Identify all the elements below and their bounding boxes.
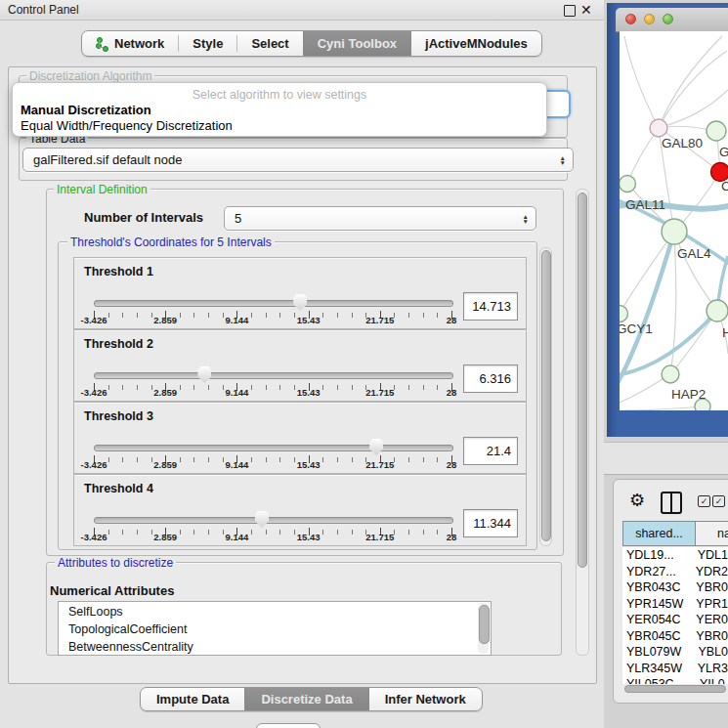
number-of-intervals-value: 5: [235, 211, 241, 226]
tab-network[interactable]: Network: [82, 31, 178, 56]
threshold-label: Threshold 4: [84, 482, 153, 495]
minimize-traffic-light-icon[interactable]: [644, 14, 655, 24]
tab-infer-network[interactable]: Infer Network: [369, 688, 482, 710]
discretization-algorithm-title: Discretization Algorithm: [26, 69, 154, 83]
node-gal4[interactable]: [662, 219, 687, 244]
tab-label: Style: [193, 36, 223, 51]
tab-impute-data[interactable]: Impute Data: [141, 688, 244, 710]
list-item[interactable]: BetweennessCentrality: [68, 640, 193, 654]
threshold-row: Threshold 3 -3.4262.8599.14415.4321.7152…: [73, 402, 527, 474]
control-panel-window: Control Panel ✕ Network Style Select Cyn…: [0, 0, 605, 728]
thresholds-group-title: Threshold's Coordinates for 5 Intervals: [67, 236, 275, 249]
slider-track[interactable]: [94, 517, 453, 524]
table-horizontal-scrollbar[interactable]: [624, 685, 726, 693]
threshold-row: Threshold 2 -3.4262.8599.14415.4321.7152…: [73, 329, 527, 402]
close-icon[interactable]: ✕: [580, 2, 592, 18]
threshold-value-field[interactable]: 11.344: [463, 509, 518, 537]
slider-thumb[interactable]: [369, 439, 383, 455]
table-row[interactable]: YIL053CYIL0: [622, 676, 728, 684]
node-hap2[interactable]: [662, 365, 679, 383]
tab-cyni-toolbox[interactable]: Cyni Toolbox: [303, 31, 411, 56]
tab-discretize-data[interactable]: Discretize Data: [244, 688, 368, 710]
column-header-shared-name[interactable]: shared...: [622, 521, 696, 546]
node-label: C: [721, 179, 728, 193]
number-of-intervals-label: Number of Intervals: [84, 210, 203, 225]
gear-icon[interactable]: ⚙: [629, 490, 645, 511]
close-traffic-light-icon[interactable]: [625, 14, 636, 24]
table-row[interactable]: YER054CYER0: [622, 612, 728, 628]
zoom-traffic-light-icon[interactable]: [663, 14, 673, 24]
threshold-value-field[interactable]: 6.316: [463, 364, 518, 393]
interval-scrollbar[interactable]: [539, 247, 552, 546]
column-header-name[interactable]: na: [696, 521, 728, 546]
table-row[interactable]: YLR345WYLR3: [622, 661, 728, 677]
network-nodes: [620, 119, 728, 410]
threshold-row: Threshold 4 -3.4262.8599.14415.4321.7152…: [73, 474, 527, 546]
apply-button[interactable]: Apply: [256, 723, 321, 728]
table-row[interactable]: YBR045CYBR0: [622, 628, 728, 645]
node-label: GAL4: [677, 246, 711, 261]
node-label: GAL11: [625, 197, 665, 212]
popup-item-equal-width-frequency[interactable]: Equal Width/Frequency Discretization: [21, 118, 233, 133]
table-panel-titlebar: Table Panel: [604, 442, 728, 475]
slider-track[interactable]: [94, 300, 453, 307]
network-window-titlebar: [616, 8, 728, 32]
table-row[interactable]: YPR145WYPR1: [622, 596, 728, 613]
control-panel-titlebar: Control Panel ✕: [0, 0, 604, 21]
cyni-settings-panel: Discretization Algorithm Table Data galF…: [8, 66, 597, 684]
table-row[interactable]: YDL19...YDL1: [622, 547, 728, 564]
column-view-icon[interactable]: [661, 492, 682, 514]
network-canvas[interactable]: GAL80 GA C GAL11 GAL4 GCY1 H HAP2: [620, 31, 728, 410]
node-label: GA: [719, 145, 728, 159]
algorithm-dropdown-popup: Select algorithm to view settings Manual…: [12, 82, 547, 137]
threshold-row: Threshold 1 -3.4262.8599.14415.4321.7152…: [73, 257, 527, 329]
tab-label: Discretize Data: [261, 692, 352, 707]
attributes-group-title: Attributes to discretize: [55, 556, 176, 570]
tab-label: Select: [251, 36, 288, 51]
slider-thumb[interactable]: [197, 366, 211, 383]
tab-label: Infer Network: [385, 692, 466, 707]
network-graph: GAL80 GA C GAL11 GAL4 GCY1 H HAP2: [620, 31, 728, 410]
threshold-value-field[interactable]: 14.713: [463, 292, 518, 321]
slider-track[interactable]: [94, 445, 453, 451]
table-row[interactable]: YBL079WYBL0: [622, 644, 728, 661]
table-row[interactable]: YBR043CYBR0: [622, 579, 728, 596]
numerical-attributes-list[interactable]: SelfLoops TopologicalCoefficient Between…: [58, 601, 492, 656]
number-of-intervals-combo[interactable]: 5 ▲▼: [224, 206, 536, 231]
cyni-mode-tabs: Impute Data Discretize Data Infer Networ…: [140, 687, 483, 711]
popup-item-manual-discretization[interactable]: Manual Discretization: [21, 103, 151, 117]
tab-jactivemnodules[interactable]: jActiveMNodules: [411, 31, 541, 56]
slider-track[interactable]: [94, 372, 453, 379]
tab-label: Network: [114, 36, 164, 51]
window-title: Control Panel: [8, 3, 79, 17]
control-panel-tabs: Network Style Select Cyni Toolbox jActiv…: [81, 30, 542, 57]
checkbox-select-icon[interactable]: ✓: [698, 495, 710, 507]
tab-label: Impute Data: [156, 692, 229, 707]
stepper-arrows-icon: ▲▼: [560, 149, 566, 171]
list-scrollbar[interactable]: [478, 603, 489, 654]
tab-select[interactable]: Select: [237, 31, 302, 56]
stepper-arrows-icon: ▲▼: [523, 207, 529, 230]
slider-tick-labels: -3.4262.8599.14415.4321.71528: [94, 532, 451, 543]
threshold-value-field[interactable]: 21.4: [463, 437, 518, 465]
node-gal11[interactable]: [620, 176, 636, 193]
table-data-combo[interactable]: galFiltered.sif default node ▲▼: [22, 148, 574, 172]
table-row[interactable]: YDR27...YDR2: [622, 564, 728, 580]
slider-thumb[interactable]: [255, 511, 269, 528]
popup-header: Select algorithm to view settings: [13, 88, 546, 102]
panel-scrollbar[interactable]: [576, 189, 589, 656]
numerical-attributes-label: Numerical Attributes: [50, 583, 174, 598]
threshold-label: Threshold 2: [84, 337, 153, 351]
node-pink[interactable]: [650, 119, 667, 137]
node-h[interactable]: [707, 300, 728, 321]
checkbox-select-all-icon[interactable]: ✓: [712, 495, 725, 507]
node-gcy1[interactable]: [620, 306, 628, 322]
tab-style[interactable]: Style: [179, 31, 236, 56]
slider-thumb[interactable]: [293, 294, 307, 311]
slider-tick-labels: -3.4262.8599.14415.4321.71528: [94, 387, 451, 399]
float-window-icon[interactable]: [564, 5, 576, 17]
list-item[interactable]: SelfLoops: [68, 605, 123, 619]
list-item[interactable]: TopologicalCoefficient: [68, 622, 187, 636]
node-green[interactable]: [707, 121, 726, 141]
table-rows: YDL19...YDL1 YDR27...YDR2 YBR043CYBR0 YP…: [622, 547, 728, 684]
